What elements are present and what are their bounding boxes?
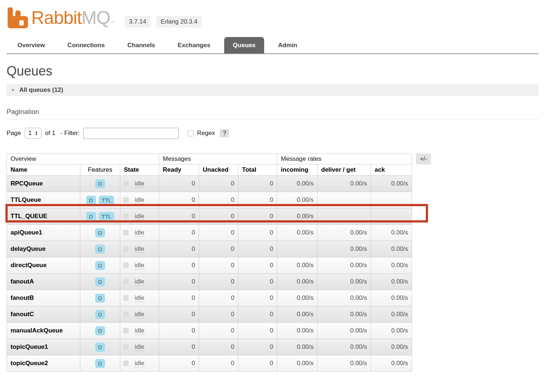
- queue-features: D: [80, 290, 120, 306]
- cell-total: 0: [238, 339, 277, 355]
- queue-row: topicQueue2Didle0000.00/s0.00/s0.00/s: [7, 355, 412, 372]
- queue-name[interactable]: TTL_QUEUE: [7, 208, 80, 225]
- queue-name[interactable]: fanoutC: [7, 306, 80, 323]
- cell-total: 0: [238, 257, 277, 274]
- page-label: Page: [7, 130, 21, 137]
- tab-channels[interactable]: Channels: [119, 37, 164, 53]
- column-header-deliver_get[interactable]: deliver / get: [318, 164, 371, 176]
- state-color-icon: [123, 279, 129, 285]
- queue-features: D: [80, 241, 120, 257]
- state-label: idle: [135, 327, 144, 335]
- queue-name[interactable]: topicQueue2: [7, 355, 80, 372]
- cell-deliver_get: 0.00/s: [318, 225, 371, 241]
- feature-badge-d: D: [95, 277, 105, 286]
- column-header-ready[interactable]: Ready: [159, 164, 199, 176]
- regex-help-badge[interactable]: ?: [220, 129, 229, 137]
- tab-admin[interactable]: Admin: [269, 37, 306, 53]
- state-color-icon: [123, 361, 129, 366]
- state-color-icon: [123, 230, 129, 236]
- erlang-version-badge: Erlang 20.3.4: [156, 16, 202, 28]
- tab-overview[interactable]: Overview: [9, 37, 54, 53]
- trademark-mark: ™: [110, 20, 114, 25]
- queue-name[interactable]: fanoutA: [7, 274, 80, 290]
- queues-table-body: RPCQueueDidle0000.00/s0.00/s0.00/sTTLQue…: [7, 176, 412, 372]
- queue-row: manualAckQueueDidle0000.00/s0.00/s0.00/s: [7, 323, 412, 339]
- column-header-unacked[interactable]: Unacked: [199, 164, 238, 176]
- brand-mq: MQ: [82, 8, 110, 28]
- state-color-icon: [123, 312, 129, 317]
- cell-deliver_get: 0.00/s: [318, 257, 371, 274]
- cell-ack: 0.00/s: [371, 257, 412, 274]
- all-queues-label: All queues (12): [19, 86, 63, 94]
- queue-row: topicQueue1Didle0000.00/s0.00/s0.00/s: [7, 339, 412, 355]
- page-select[interactable]: 1 ▲ ▼: [25, 128, 41, 139]
- cell-incoming: 0.00/s: [277, 176, 318, 192]
- cell-deliver_get: 0.00/s: [318, 306, 371, 323]
- cell-total: 0: [238, 306, 277, 323]
- column-toggle-button[interactable]: +/-: [416, 154, 431, 164]
- feature-badge-d: D: [86, 212, 96, 221]
- queue-name[interactable]: manualAckQueue: [7, 323, 80, 339]
- queue-name[interactable]: TTLQueue: [7, 192, 80, 208]
- queue-row: fanoutBDidle0000.00/s0.00/s0.00/s: [7, 290, 412, 306]
- all-queues-toggle[interactable]: ▼ All queues (12): [7, 84, 538, 96]
- page-title: Queues: [7, 64, 538, 79]
- regex-checkbox[interactable]: [187, 130, 194, 136]
- cell-unacked: 0: [199, 323, 238, 339]
- cell-ack: 0.00/s: [371, 306, 412, 323]
- cell-total: 0: [238, 355, 277, 372]
- feature-badge-d: D: [95, 261, 105, 270]
- page-select-arrows-icon: ▲ ▼: [35, 131, 38, 136]
- cell-unacked: 0: [199, 192, 238, 208]
- column-header-total[interactable]: Total: [238, 164, 277, 176]
- feature-badge-d: D: [95, 294, 105, 303]
- queue-name[interactable]: RPCQueue: [7, 176, 80, 192]
- state-color-icon: [123, 344, 129, 350]
- cell-unacked: 0: [199, 306, 238, 323]
- cell-ack: 0.00/s: [371, 176, 412, 192]
- tab-queues[interactable]: Queues: [224, 37, 264, 53]
- queue-row: TTLQueueDTTLidle0000.00/s: [7, 192, 412, 208]
- queues-table-wrap: OverviewMessagesMessage rates NameFeatur…: [7, 154, 538, 372]
- queue-features: D: [80, 225, 120, 241]
- feature-badge-d: D: [95, 179, 105, 188]
- cell-deliver_get: 0.00/s: [318, 339, 371, 355]
- queue-name[interactable]: apiQueue1: [7, 225, 80, 241]
- queue-features: D: [80, 274, 120, 290]
- column-header-features[interactable]: Features: [80, 164, 120, 176]
- version-badges: 3.7.14 Erlang 20.3.4: [125, 16, 202, 28]
- queue-name[interactable]: directQueue: [7, 257, 80, 274]
- queue-name[interactable]: delayQueue: [7, 241, 80, 257]
- cell-incoming: 0.00/s: [277, 339, 318, 355]
- cell-ack: 0.00/s: [371, 225, 412, 241]
- cell-ready: 0: [159, 290, 199, 306]
- state-color-icon: [123, 246, 129, 252]
- queue-features: DTTL: [80, 208, 120, 225]
- feature-badge-d: D: [95, 359, 105, 368]
- column-header-incoming[interactable]: incoming: [277, 164, 318, 176]
- filter-label: - Filter:: [60, 130, 80, 137]
- queue-name[interactable]: topicQueue1: [7, 339, 80, 355]
- feature-badge-d: D: [95, 326, 105, 335]
- tab-exchanges[interactable]: Exchanges: [169, 37, 219, 53]
- feature-badge-ttl: TTL: [99, 212, 114, 221]
- group-header-row: OverviewMessagesMessage rates: [7, 154, 412, 164]
- app-header: RabbitMQ™ 3.7.14 Erlang 20.3.4: [7, 0, 538, 32]
- queue-name[interactable]: fanoutB: [7, 290, 80, 306]
- column-header-state[interactable]: State: [120, 164, 159, 176]
- queue-state: idle: [120, 339, 159, 355]
- collapse-triangle-icon: ▼: [11, 88, 15, 92]
- rabbitmq-logo-link[interactable]: RabbitMQ™: [7, 7, 114, 29]
- filter-input[interactable]: [83, 128, 179, 139]
- queue-row: directQueueDidle0000.00/s0.00/s0.00/s: [7, 257, 412, 274]
- column-header-name[interactable]: Name: [7, 164, 80, 176]
- state-color-icon: [123, 295, 129, 301]
- cell-ack: 0.00/s: [371, 241, 412, 257]
- queue-state: idle: [120, 192, 159, 208]
- state-label: idle: [135, 294, 144, 302]
- queue-features: D: [80, 176, 120, 192]
- queue-row: apiQueue1Didle0000.00/s0.00/s0.00/s: [7, 225, 412, 241]
- tab-connections[interactable]: Connections: [59, 37, 114, 53]
- column-header-ack[interactable]: ack: [371, 164, 412, 176]
- cell-incoming: 0.00/s: [277, 208, 318, 225]
